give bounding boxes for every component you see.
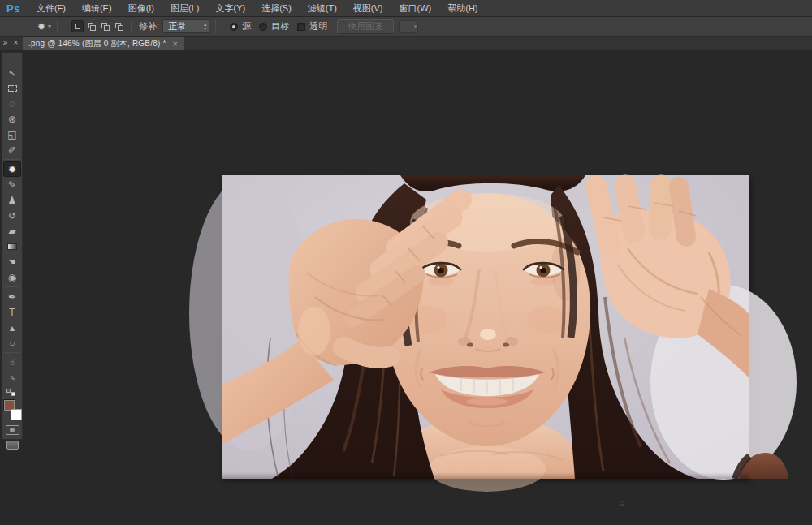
selection-mode-group bbox=[71, 20, 125, 32]
radio-dot-icon bbox=[230, 23, 238, 31]
menu-view[interactable]: 视图(V) bbox=[345, 0, 391, 16]
swap-colors-icon[interactable] bbox=[6, 389, 19, 397]
menu-layer[interactable]: 图层(L) bbox=[162, 0, 207, 16]
move-tool[interactable]: ↖ bbox=[3, 65, 21, 80]
color-swatches bbox=[2, 399, 22, 420]
source-radio[interactable]: 源 bbox=[230, 20, 251, 32]
tab-close-icon[interactable]: × bbox=[173, 40, 178, 48]
pattern-picker[interactable]: ▾ bbox=[399, 20, 418, 33]
mouse-cursor bbox=[620, 501, 624, 506]
use-pattern-button[interactable]: 使用图案 bbox=[337, 19, 394, 34]
document-tab[interactable]: .png @ 146% (图层 0 副本, RGB/8) * × bbox=[23, 37, 184, 50]
menu-type[interactable]: 文字(Y) bbox=[207, 0, 253, 16]
path-selection-tool[interactable]: ▴ bbox=[3, 320, 21, 335]
preset-caret-icon: ▾ bbox=[48, 23, 51, 30]
menu-window[interactable]: 窗口(W) bbox=[391, 0, 440, 16]
pattern-caret-icon: ▾ bbox=[414, 24, 417, 30]
source-radio-label: 源 bbox=[242, 20, 251, 32]
patch-tool[interactable]: ✹ bbox=[3, 161, 21, 177]
options-separator bbox=[215, 20, 216, 33]
photo-canvas[interactable] bbox=[222, 175, 749, 479]
tab-bar: » × .png @ 146% (图层 0 副本, RGB/8) * × bbox=[0, 37, 812, 50]
radio-dot-icon bbox=[259, 23, 267, 31]
menu-bar: Ps 文件(F) 编辑(E) 图像(I) 图层(L) 文字(Y) 选择(S) 滤… bbox=[0, 0, 812, 17]
tool-preset-button[interactable]: ✹ ▾ bbox=[37, 21, 51, 32]
select-spinner-icon: ▴▾ bbox=[201, 23, 206, 31]
history-brush-tool[interactable]: ↺ bbox=[3, 208, 21, 223]
tools-panel-close-icon[interactable]: × bbox=[11, 37, 21, 50]
lasso-tool[interactable]: ◌ bbox=[3, 96, 21, 111]
gradient-icon bbox=[7, 243, 17, 250]
photo-bottom-shade bbox=[222, 472, 749, 479]
crop-tool[interactable]: ◱ bbox=[3, 127, 21, 142]
menu-edit[interactable]: 编辑(E) bbox=[74, 0, 120, 16]
brush-tool[interactable]: ✎ bbox=[3, 177, 21, 192]
document-title: .png @ 146% (图层 0 副本, RGB/8) * bbox=[28, 38, 166, 49]
patch-mode-value: 正常 bbox=[168, 20, 186, 32]
patch-mode-select[interactable]: 正常 ▴▾ bbox=[162, 19, 209, 33]
tools-panel-collapse-icon[interactable]: » bbox=[0, 37, 11, 50]
target-radio[interactable]: 目标 bbox=[259, 20, 289, 32]
options-bar: ✹ ▾ 修补: 正常 ▴▾ 源 目标 透明 使用图案 ▾ bbox=[0, 17, 812, 37]
menu-file[interactable]: 文件(F) bbox=[28, 0, 74, 16]
smudge-tool[interactable]: ☚ bbox=[3, 254, 21, 269]
quick-selection-tool[interactable]: ⊛ bbox=[3, 111, 21, 127]
marquee-icon bbox=[8, 85, 17, 92]
toolbar-separator bbox=[5, 286, 19, 287]
new-selection-icon[interactable] bbox=[71, 20, 84, 32]
photoshop-logo: Ps bbox=[6, 2, 20, 15]
subtract-selection-icon[interactable] bbox=[99, 20, 111, 32]
transparent-label: 透明 bbox=[309, 20, 327, 32]
target-radio-label: 目标 bbox=[271, 20, 289, 32]
quick-mask-button[interactable] bbox=[6, 425, 19, 435]
gradient-tool[interactable] bbox=[3, 239, 21, 254]
toolbar-separator bbox=[5, 352, 19, 353]
eraser-tool[interactable]: ▰ bbox=[3, 223, 21, 239]
checkbox-icon bbox=[297, 23, 305, 31]
type-tool[interactable]: T bbox=[3, 304, 21, 320]
intersect-selection-icon[interactable] bbox=[113, 20, 125, 32]
patch-mode-label: 修补: bbox=[139, 20, 159, 32]
background-color-swatch[interactable] bbox=[11, 409, 22, 420]
dodge-tool[interactable]: ◉ bbox=[3, 269, 21, 285]
pen-tool[interactable]: ✒ bbox=[3, 289, 21, 304]
transparent-checkbox[interactable]: 透明 bbox=[297, 20, 327, 32]
menu-filter[interactable]: 滤镜(T) bbox=[300, 0, 345, 16]
tools-panel: ↖ ◌ ⊛ ◱ ✐ ✹ ✎ ♟ ↺ ▰ ☚ ◉ ✒ T ▴ ○ ☝ ♀ bbox=[2, 52, 23, 440]
menu-image[interactable]: 图像(I) bbox=[120, 0, 162, 16]
quick-mask-icon bbox=[10, 428, 15, 432]
options-separator bbox=[131, 20, 132, 33]
toolbar-separator bbox=[5, 159, 19, 160]
menu-help[interactable]: 帮助(H) bbox=[439, 0, 486, 16]
patch-tool-icon: ✹ bbox=[37, 21, 45, 32]
options-separator bbox=[57, 20, 58, 33]
add-selection-icon[interactable] bbox=[85, 20, 97, 32]
clone-stamp-tool[interactable]: ♟ bbox=[3, 192, 21, 208]
menu-select[interactable]: 选择(S) bbox=[253, 0, 300, 16]
screen-mode-button[interactable] bbox=[6, 441, 19, 450]
workspace: ↖ ◌ ⊛ ◱ ✐ ✹ ✎ ♟ ↺ ▰ ☚ ◉ ✒ T ▴ ○ ☝ ♀ bbox=[0, 50, 812, 524]
rect-marquee-tool[interactable] bbox=[3, 80, 21, 96]
portrait-photo bbox=[222, 175, 749, 479]
shape-tool[interactable]: ○ bbox=[3, 335, 21, 351]
eyedropper-tool[interactable]: ✐ bbox=[3, 142, 21, 157]
